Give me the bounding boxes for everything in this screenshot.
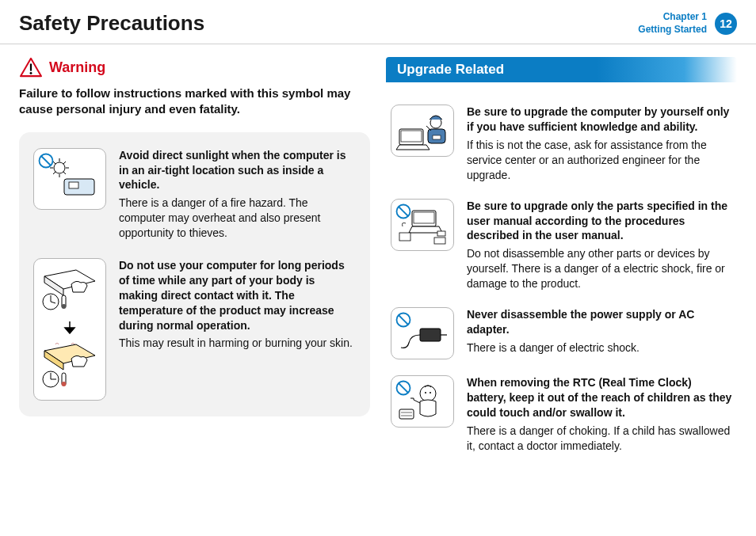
item-bold-text: Avoid direct sunlight when the computer … bbox=[119, 148, 356, 193]
svg-rect-45 bbox=[399, 409, 414, 419]
svg-rect-14 bbox=[69, 182, 78, 188]
content-area: Warning Failure to follow instructions m… bbox=[0, 44, 756, 481]
item-body-text: There is a danger of electric shock. bbox=[467, 341, 640, 354]
warning-item-text: Avoid direct sunlight when the computer … bbox=[119, 148, 356, 241]
item-body-text: There is a danger of choking. If a child… bbox=[467, 424, 730, 452]
svg-point-44 bbox=[430, 392, 431, 393]
illustration-parts bbox=[391, 199, 454, 251]
upgrade-item: Be sure to upgrade only the parts specif… bbox=[391, 199, 732, 291]
illustration-technician bbox=[391, 105, 454, 157]
svg-rect-34 bbox=[399, 233, 410, 241]
upgrade-item: Be sure to upgrade the computer by yours… bbox=[391, 105, 732, 182]
svg-point-19 bbox=[62, 304, 67, 309]
upgrade-item: When removing the RTC (Real Time Clock) … bbox=[391, 375, 732, 453]
chapter-line-1: Chapter 1 bbox=[638, 11, 707, 24]
down-arrow-icon bbox=[62, 321, 78, 334]
header-right: Chapter 1 Getting Started 12 bbox=[638, 11, 737, 36]
item-bold-text: Be sure to upgrade only the parts specif… bbox=[467, 199, 732, 244]
upgrade-item-text: Be sure to upgrade only the parts specif… bbox=[467, 199, 732, 291]
illustration-child-battery bbox=[391, 375, 454, 428]
item-body-text: This may result in harming or burning yo… bbox=[119, 336, 353, 349]
prohibit-icon bbox=[395, 312, 411, 328]
svg-line-12 bbox=[63, 162, 66, 164]
left-column: Warning Failure to follow instructions m… bbox=[19, 57, 370, 469]
hand-heat-icon bbox=[40, 343, 100, 390]
page-header: Safety Precautions Chapter 1 Getting Sta… bbox=[0, 0, 756, 44]
right-column: Upgrade Related Be sure bbox=[386, 57, 737, 469]
svg-rect-26 bbox=[401, 131, 422, 142]
upgrade-item-text: Be sure to upgrade the computer by yours… bbox=[467, 105, 732, 182]
prohibit-icon bbox=[38, 153, 54, 169]
upgrade-item: Never disassemble the power supply or AC… bbox=[391, 307, 732, 359]
illustration-body-heat bbox=[33, 258, 106, 401]
item-bold-text: Never disassemble the power supply or AC… bbox=[467, 307, 732, 337]
warning-triangle-icon bbox=[19, 57, 43, 78]
warning-item: Do not use your computer for long period… bbox=[33, 258, 356, 401]
item-body-text: Do not disassemble any other parts or de… bbox=[467, 247, 725, 290]
illustration-sunlight bbox=[33, 148, 106, 210]
chapter-line-2: Getting Started bbox=[638, 24, 707, 36]
page-number-badge: 12 bbox=[715, 13, 737, 35]
item-body-text: If this is not the case, ask for assista… bbox=[467, 139, 707, 181]
svg-point-24 bbox=[62, 382, 67, 386]
svg-point-43 bbox=[425, 392, 426, 393]
item-body-text: There is a danger of a fire hazard. The … bbox=[119, 196, 320, 239]
upgrade-item-text: Never disassemble the power supply or AC… bbox=[467, 307, 732, 359]
svg-line-11 bbox=[53, 172, 55, 174]
svg-rect-39 bbox=[420, 329, 441, 341]
svg-line-38 bbox=[399, 315, 408, 325]
upgrade-item-text: When removing the RTC (Real Time Clock) … bbox=[467, 375, 732, 453]
svg-line-10 bbox=[63, 172, 66, 174]
warning-item: Avoid direct sunlight when the computer … bbox=[33, 148, 356, 241]
chapter-info: Chapter 1 Getting Started bbox=[638, 11, 707, 36]
warning-label: Warning bbox=[49, 59, 105, 76]
prohibit-icon bbox=[395, 203, 411, 219]
svg-rect-36 bbox=[434, 238, 445, 244]
section-header-upgrade: Upgrade Related bbox=[386, 57, 737, 82]
svg-line-41 bbox=[399, 383, 408, 393]
warning-description: Failure to follow instructions marked wi… bbox=[19, 86, 370, 118]
page-title: Safety Precautions bbox=[19, 11, 204, 36]
hand-laptop-icon bbox=[40, 268, 100, 313]
svg-point-1 bbox=[30, 72, 32, 74]
upgrade-items: Be sure to upgrade the computer by yours… bbox=[386, 105, 737, 453]
item-bold-text: Be sure to upgrade the computer by yours… bbox=[467, 105, 732, 135]
svg-rect-35 bbox=[437, 231, 445, 236]
svg-line-3 bbox=[41, 156, 51, 165]
svg-rect-33 bbox=[414, 212, 434, 223]
svg-point-42 bbox=[420, 386, 436, 401]
svg-point-4 bbox=[54, 162, 65, 173]
svg-rect-29 bbox=[433, 135, 441, 139]
svg-line-17 bbox=[51, 302, 55, 303]
svg-line-31 bbox=[399, 207, 408, 216]
warning-items-box: Avoid direct sunlight when the computer … bbox=[19, 132, 370, 416]
item-bold-text: When removing the RTC (Real Time Clock) … bbox=[467, 375, 732, 420]
warning-item-text: Do not use your computer for long period… bbox=[119, 258, 356, 401]
warning-heading-row: Warning bbox=[19, 57, 370, 78]
item-bold-text: Do not use your computer for long period… bbox=[119, 258, 356, 333]
prohibit-icon bbox=[395, 380, 411, 396]
illustration-adapter bbox=[391, 307, 454, 359]
technician-icon bbox=[395, 108, 450, 153]
